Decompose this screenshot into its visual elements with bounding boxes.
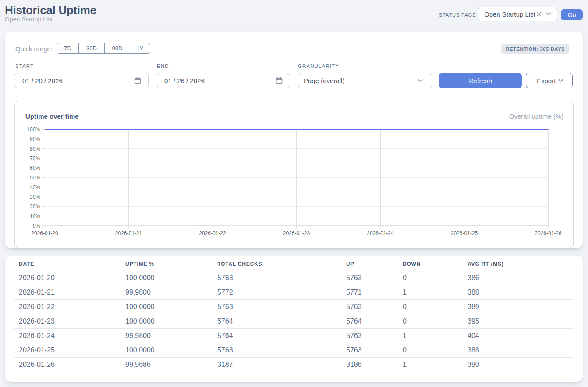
svg-text:100%: 100%	[27, 127, 40, 133]
svg-text:0%: 0%	[33, 223, 41, 229]
svg-text:2026-01-20: 2026-01-20	[31, 230, 58, 236]
svg-text:10%: 10%	[30, 213, 40, 219]
svg-text:2026-01-26: 2026-01-26	[535, 230, 562, 236]
svg-text:2026-01-22: 2026-01-22	[199, 230, 226, 236]
svg-text:2026-01-23: 2026-01-23	[283, 230, 310, 236]
svg-text:30%: 30%	[30, 194, 40, 200]
svg-text:20%: 20%	[30, 204, 40, 210]
svg-text:70%: 70%	[30, 155, 40, 162]
svg-text:80%: 80%	[30, 146, 40, 152]
svg-text:50%: 50%	[30, 175, 40, 181]
svg-text:60%: 60%	[30, 165, 40, 171]
svg-text:2026-01-25: 2026-01-25	[451, 230, 478, 236]
svg-text:2026-01-21: 2026-01-21	[115, 230, 142, 236]
svg-text:40%: 40%	[30, 184, 40, 190]
svg-text:90%: 90%	[30, 136, 40, 142]
svg-text:2026-01-24: 2026-01-24	[367, 230, 394, 236]
